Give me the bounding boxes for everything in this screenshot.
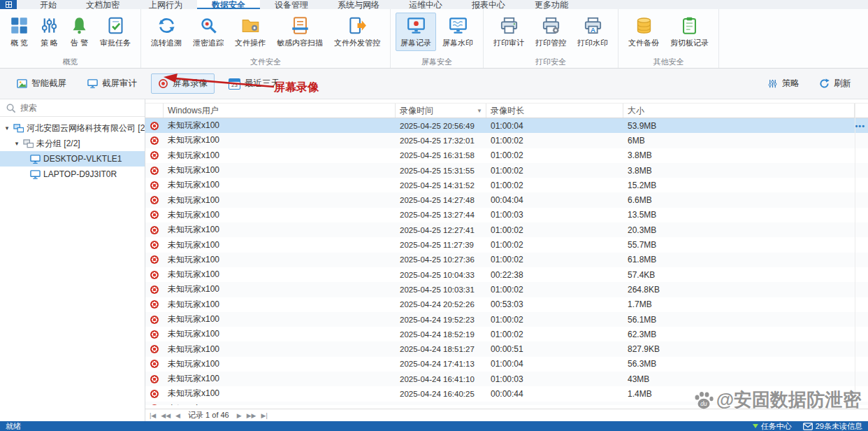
ribbon-item-file-operations[interactable]: 文件操作 — [230, 13, 270, 51]
prev-group-button[interactable]: ◀◀ — [161, 412, 171, 419]
tab-system-network[interactable]: 系统与网络 — [323, 0, 394, 9]
table-row[interactable]: 未知玩家x100 2025-04-25 10:27:36 01:00:02 61… — [145, 253, 868, 267]
cell-windows-user: 未知玩家x100 — [164, 344, 396, 355]
table-row[interactable]: 未知玩家x100 2025-04-24 20:52:26 00:53:03 1.… — [145, 297, 868, 312]
cell-windows-user: 未知玩家x100 — [164, 358, 396, 370]
tab-document-encryption[interactable]: 文档加密 — [71, 0, 134, 9]
ribbon-item-approval-tasks[interactable]: 审批任务 — [95, 13, 136, 51]
cell-windows-user: 未知玩家x100 — [164, 373, 396, 385]
ribbon-tab-bar: 开始 文档加密 上网行为 数据安全 设备管理 系统与网络 运维中心 报表中心 更… — [0, 0, 868, 9]
collapse-icon[interactable]: ▾ — [13, 140, 20, 147]
table-row[interactable]: 未知玩家x100 2025-04-25 10:03:31 01:00:02 26… — [145, 282, 868, 297]
tab-internet-behavior[interactable]: 上网行为 — [134, 0, 197, 9]
last-page-button[interactable]: ▶| — [261, 412, 268, 419]
ribbon-item-screen-watermark[interactable]: 屏幕水印 — [437, 13, 478, 51]
table-row[interactable]: 未知玩家x100 2025-04-24 18:51:27 00:00:51 82… — [145, 341, 868, 356]
tab-device-management[interactable]: 设备管理 — [260, 0, 323, 9]
magnifier-icon — [199, 16, 218, 35]
table-row[interactable]: 未知玩家x100 2025-04-25 14:31:52 01:00:02 15… — [145, 178, 868, 192]
table-row[interactable]: 未知玩家x100 2025-04-24 16:41:10 01:00:03 43… — [145, 372, 868, 386]
search-input[interactable] — [20, 103, 139, 113]
app-logo[interactable] — [0, 0, 17, 9]
first-page-button[interactable]: |◀ — [150, 412, 156, 419]
tab-report-center[interactable]: 报表中心 — [457, 0, 520, 9]
table-row[interactable]: 未知玩家x100 2025-04-25 15:31:55 01:00:02 3.… — [145, 163, 868, 178]
cell-duration: 00:00:44 — [486, 389, 623, 399]
table-row[interactable]: 未知玩家x100 2025-04-25 14:27:48 00:04:04 6.… — [145, 192, 868, 207]
table-row[interactable]: 未知玩家x100 2025-04-25 12:27:41 01:00:02 20… — [145, 222, 868, 237]
table-row[interactable]: 未知玩家x100 2025-04-24 18:52:19 01:00:02 62… — [145, 327, 868, 341]
cell-size: 3.8MB — [623, 150, 855, 160]
table-row[interactable]: 未知玩家x100 2025-04-25 11:27:39 01:00:02 55… — [145, 237, 868, 252]
ribbon-item-file-outgoing-control[interactable]: 文件外发管控 — [329, 13, 385, 51]
cell-duration: 01:00:02 — [486, 136, 623, 146]
monitor-icon — [87, 78, 98, 89]
ribbon-item-print-watermark[interactable]: 打印水印 — [572, 13, 613, 51]
table-row[interactable]: 未知玩家x100 2025-04-25 16:31:58 01:00:02 3.… — [145, 148, 868, 163]
ribbon-item-print-audit[interactable]: 打印审计 — [489, 13, 529, 51]
tab-ops-center[interactable]: 运维中心 — [394, 0, 457, 9]
ribbon-item-label: 文件备份 — [628, 38, 659, 48]
tree-item-ungrouped[interactable]: ▾ 未分组 [2/2] — [0, 136, 145, 151]
cell-duration: 01:00:02 — [486, 225, 623, 235]
ribbon-item-label: 文件操作 — [235, 38, 266, 48]
record-icon — [150, 122, 159, 130]
prev-page-button[interactable]: ◀ — [175, 412, 180, 419]
table-row[interactable]: 未知玩家x100 2025-04-25 10:04:33 00:22:38 57… — [145, 267, 868, 282]
collapse-icon[interactable]: ▾ — [3, 125, 10, 132]
envelope-icon — [803, 423, 813, 430]
tree-item-company[interactable]: ▾ 河北安固云网络科技有限公司 [2/2] — [0, 120, 145, 136]
cell-windows-user: 未知玩家x100 — [164, 269, 396, 281]
policy-button[interactable]: 策略 — [760, 73, 806, 94]
row-actions-button[interactable]: ••• — [855, 118, 865, 133]
header-icon-column — [145, 104, 164, 118]
tree-item-desktop-vlktle1[interactable]: DESKTOP-VLKTLE1 — [0, 151, 145, 167]
search-icon — [6, 103, 16, 113]
record-icon — [150, 404, 159, 405]
ribbon-item-overview[interactable]: 概 览 — [5, 13, 34, 51]
record-icon — [150, 375, 159, 383]
ribbon-item-file-backup[interactable]: 文件备份 — [623, 13, 664, 51]
tab-data-security[interactable]: 数据安全 — [197, 0, 260, 9]
unread-messages-button[interactable]: 29条未读信息 — [803, 421, 862, 431]
next-group-button[interactable]: ▶▶ — [247, 412, 256, 419]
header-size[interactable]: 大小 — [623, 104, 855, 118]
ribbon-item-flow-trace[interactable]: 流转追溯 — [146, 13, 187, 51]
table-row[interactable]: 未知玩家x100 2025-04-25 13:27:44 01:00:03 13… — [145, 208, 868, 222]
ribbon-item-label: 概 览 — [10, 38, 28, 48]
table-row[interactable]: 未知玩家x100 2025-04-24 17:41:13 01:00:04 56… — [145, 357, 868, 372]
filter-dropdown-icon[interactable]: ▼ — [473, 108, 486, 114]
ribbon-item-policy[interactable]: 策 略 — [35, 13, 64, 51]
ribbon-item-label: 屏幕记录 — [400, 38, 431, 48]
cell-size: 6MB — [623, 136, 855, 146]
refresh-button[interactable]: 刷新 — [812, 73, 858, 94]
ribbon-item-print-control[interactable]: 打印管控 — [530, 13, 571, 51]
table-row[interactable]: 未知玩家x100 2025-04-24 19:52:23 01:00:02 56… — [145, 312, 868, 327]
next-page-button[interactable]: ▶ — [237, 412, 242, 419]
app-logo-icon — [6, 1, 12, 8]
header-windows-user[interactable]: Windows用户 — [164, 104, 396, 118]
screenshot-audit-button[interactable]: 截屏审计 — [80, 73, 144, 94]
record-icon — [150, 390, 159, 398]
cell-duration: 01:00:02 — [486, 315, 623, 325]
ribbon-item-screen-record[interactable]: 屏幕记录 — [396, 13, 436, 51]
ribbon-item-leak-trace[interactable]: 泄密追踪 — [188, 13, 229, 51]
cell-windows-user: 未知玩家x100 — [164, 239, 396, 251]
ribbon-item-alerts[interactable]: 告 警 — [65, 13, 94, 51]
table-row[interactable]: 未知玩家x100 2025-04-25 20:56:49 01:00:04 53… — [145, 118, 868, 133]
cell-record-time: 2025-04-25 15:31:55 — [396, 167, 486, 175]
smart-screenshot-button[interactable]: 智能截屏 — [10, 73, 73, 94]
button-label: 截屏审计 — [102, 78, 137, 90]
tab-start[interactable]: 开始 — [25, 0, 71, 9]
table-row[interactable]: 未知玩家x100 2025-04-25 17:32:01 01:00:02 6M… — [145, 133, 868, 148]
tab-more-features[interactable]: 更多功能 — [520, 0, 583, 9]
ribbon-item-clipboard-record[interactable]: 剪切板记录 — [665, 13, 714, 51]
status-right-group: 任务中心 29条未读信息 — [753, 421, 862, 431]
header-record-time[interactable]: 录像时间▼ — [396, 104, 486, 118]
ribbon-item-sensitive-content-scan[interactable]: 敏感内容扫描 — [272, 13, 328, 51]
task-center-button[interactable]: 任务中心 — [753, 421, 792, 431]
header-duration[interactable]: 录像时长 — [486, 104, 623, 118]
column-end-divider — [855, 103, 855, 409]
toolbar-right-group: 策略 刷新 — [760, 73, 858, 94]
tree-item-laptop-d9j3it0r[interactable]: LAPTOP-D9J3IT0R — [0, 167, 145, 182]
